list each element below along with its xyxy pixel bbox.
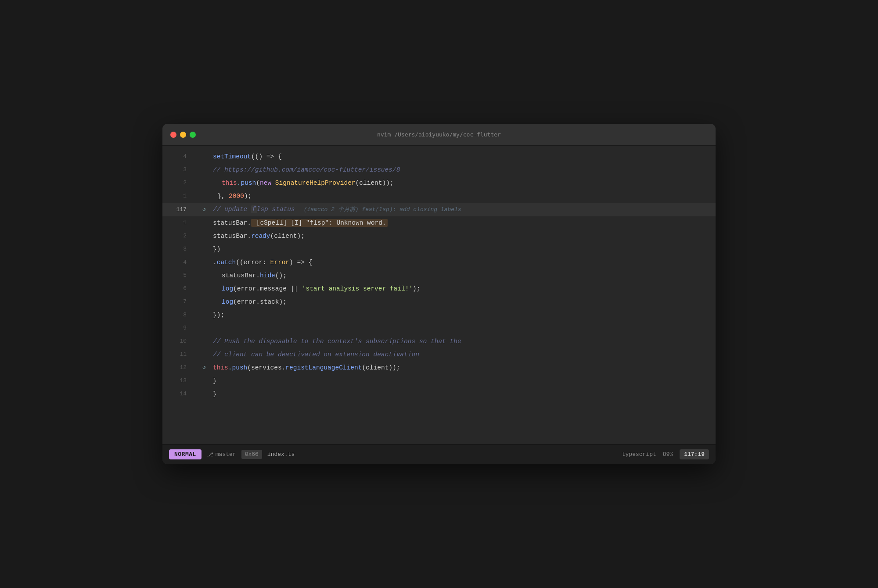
code-line-5: 5 statusBar.hide(); <box>162 269 716 282</box>
window-controls <box>170 132 196 138</box>
code-line-11: 11 // client can be deactivated on exten… <box>162 348 716 361</box>
code-content: }, 2000); <box>213 190 707 203</box>
code-line-12: 12 ↺ this.push(services.registLanguageCl… <box>162 361 716 374</box>
code-content: statusBar.hide(); <box>213 269 707 282</box>
window-title: nvim /Users/aioiyuuko/my/coc-flutter <box>377 131 501 138</box>
code-content: log(error.stack); <box>213 295 707 308</box>
close-button[interactable] <box>170 132 176 138</box>
line-number: 13 <box>171 374 187 387</box>
line-number: 8 <box>171 308 187 322</box>
code-line-2a: 2 this.push(new SignatureHelpProvider(cl… <box>162 176 716 190</box>
code-content: }); <box>213 308 707 322</box>
minimize-button[interactable] <box>180 132 186 138</box>
code-content: setTimeout(() => { <box>213 150 707 163</box>
line-number-current: 117 <box>171 203 187 216</box>
cspell-warning: [cSpell] [I] "flsp": Unknown word. <box>251 219 388 227</box>
line-number: 2 <box>171 229 187 243</box>
code-line-4: 4 setTimeout(() => { <box>162 150 716 163</box>
code-line-3b: 3 }) <box>162 243 716 256</box>
code-line-13: 13 } <box>162 374 716 387</box>
git-hash: 0x66 <box>241 450 262 459</box>
line-number: 4 <box>171 150 187 163</box>
code-line-3: 3 // https://github.com/iamcco/coc-flutt… <box>162 163 716 176</box>
code-line-14: 14 } <box>162 387 716 401</box>
code-content: log(error.message || 'start analysis ser… <box>213 282 707 295</box>
line-number: 12 <box>171 361 187 374</box>
code-content: // client can be deactivated on extensio… <box>213 348 707 361</box>
editor-window: nvim /Users/aioiyuuko/my/coc-flutter 4 s… <box>162 124 716 464</box>
code-content: statusBar. [cSpell] [I] "flsp": Unknown … <box>213 216 707 229</box>
git-branch-icon: ⎇ <box>207 451 213 458</box>
code-line-1b: 1 statusBar. [cSpell] [I] "flsp": Unknow… <box>162 216 716 229</box>
line-number: 10 <box>171 335 187 348</box>
line-number: 3 <box>171 243 187 256</box>
line-number: 2 <box>171 176 187 190</box>
statusbar: NORMAL ⎇ master 0x66 index.ts typescript… <box>162 444 716 464</box>
code-line-7: 7 log(error.stack); <box>162 295 716 308</box>
line-number: 9 <box>171 322 187 335</box>
code-content: }) <box>213 243 707 256</box>
code-content: this.push(services.registLanguageClient(… <box>213 361 707 374</box>
code-content: // update flsp status(iamcco 2 个月前) feat… <box>213 203 707 216</box>
code-line-4b: 4 .catch((error: Error) => { <box>162 256 716 269</box>
filename: index.ts <box>267 451 295 458</box>
editor-area: 4 setTimeout(() => { 3 // https://github… <box>162 146 716 444</box>
line-number: 1 <box>171 216 187 229</box>
line-number: 14 <box>171 387 187 401</box>
titlebar: nvim /Users/aioiyuuko/my/coc-flutter <box>162 124 716 146</box>
mode-indicator: NORMAL <box>169 449 202 459</box>
git-change-icon: ↺ <box>200 203 209 216</box>
code-line-6: 6 log(error.message || 'start analysis s… <box>162 282 716 295</box>
maximize-button[interactable] <box>190 132 196 138</box>
cursor-position: 117:19 <box>680 449 709 459</box>
git-change-icon: ↺ <box>200 361 209 374</box>
git-blame: (iamcco 2 个月前) feat(lsp): add closing la… <box>304 206 461 213</box>
status-right: typescript 89% 117:19 <box>622 449 709 459</box>
code-content: // Push the disposable to the context's … <box>213 335 707 348</box>
code-line-2b: 2 statusBar.ready(client); <box>162 229 716 243</box>
line-number: 7 <box>171 295 187 308</box>
code-content: this.push(new SignatureHelpProvider(clie… <box>213 176 707 190</box>
line-number: 4 <box>171 256 187 269</box>
scroll-percent: 89% <box>663 451 673 458</box>
code-content: // https://github.com/iamcco/coc-flutter… <box>213 163 707 176</box>
filetype: typescript <box>622 451 656 458</box>
code-content: statusBar.ready(client); <box>213 229 707 243</box>
line-number: 1 <box>171 190 187 203</box>
code-content: } <box>213 387 707 401</box>
line-number: 5 <box>171 269 187 282</box>
git-branch-name: master <box>216 451 236 458</box>
code-line-117: 117 ↺ // update flsp status(iamcco 2 个月前… <box>162 203 716 216</box>
code-line-1a: 1 }, 2000); <box>162 190 716 203</box>
line-number: 6 <box>171 282 187 295</box>
code-line-9: 9 <box>162 322 716 335</box>
code-line-8: 8 }); <box>162 308 716 322</box>
code-line-10: 10 // Push the disposable to the context… <box>162 335 716 348</box>
git-branch: ⎇ master <box>207 451 236 458</box>
code-content: } <box>213 374 707 387</box>
line-number: 11 <box>171 348 187 361</box>
line-number: 3 <box>171 163 187 176</box>
code-content: .catch((error: Error) => { <box>213 256 707 269</box>
